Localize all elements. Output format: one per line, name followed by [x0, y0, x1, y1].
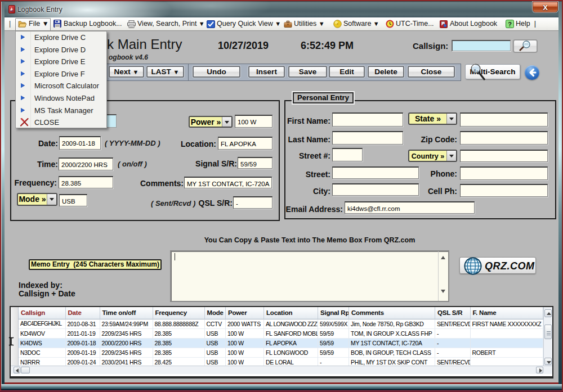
svg-text:?: ? — [508, 21, 512, 28]
